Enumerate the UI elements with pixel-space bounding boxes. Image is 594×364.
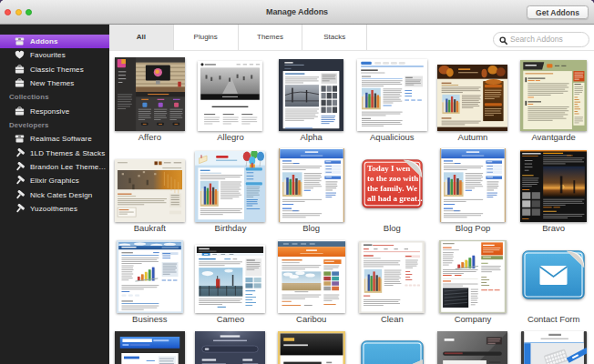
tab-themes[interactable]: Themes xyxy=(239,25,303,50)
addon-name: Avantgarde xyxy=(507,131,594,144)
addon-page-thumbnail[interactable] xyxy=(278,240,345,313)
archive-box-icon xyxy=(15,36,25,46)
addon-page-thumbnail[interactable] xyxy=(115,331,185,364)
addon-thumbnail-wrap xyxy=(433,237,514,313)
addon-cell: Blog Pop xyxy=(433,146,514,237)
tab-all[interactable]: All xyxy=(109,25,174,50)
addon-cell: Bravo xyxy=(513,146,594,237)
addon-cell xyxy=(271,328,352,364)
addon-page-thumbnail[interactable] xyxy=(359,241,425,313)
addon-page-thumbnail[interactable] xyxy=(195,151,265,222)
addon-thumbnail-wrap xyxy=(513,55,594,131)
addon-cell: Blog xyxy=(271,146,352,237)
sidebar-item-favourites[interactable]: Favourites xyxy=(0,48,109,62)
sidebar-section-collections: Collections xyxy=(0,90,109,104)
addon-cell xyxy=(190,328,271,364)
addon-page-thumbnail[interactable] xyxy=(198,61,262,131)
sidebar-item-brandon-lee-theme-[interactable]: Brandon Lee Theme… xyxy=(0,160,109,174)
sidebar-item-realmac-software[interactable]: Realmac Software xyxy=(0,132,109,146)
titlebar: Manage Addons Get Addons xyxy=(0,0,594,25)
sidebar-item-label: Elixir Graphics xyxy=(30,177,79,185)
addon-name: Bravo xyxy=(507,222,594,235)
tab-stacks[interactable]: Stacks xyxy=(302,25,367,50)
addon-thumbnail-wrap xyxy=(190,328,271,364)
addon-name: Alpha xyxy=(265,131,357,144)
addon-page-thumbnail[interactable] xyxy=(437,331,507,364)
addon-cell: Cameo xyxy=(190,237,271,328)
window-title: Manage Addons xyxy=(0,0,594,24)
addon-cell: Today I wento the zoo withthe family. We… xyxy=(352,146,433,237)
addon-cell xyxy=(352,328,433,364)
addon-thumbnail-wrap xyxy=(433,55,514,131)
hammer-icon xyxy=(15,148,25,158)
addon-thumbnail-wrap xyxy=(109,146,190,222)
addon-icon-thumbnail[interactable]: Today I wento the zoo withthe family. We… xyxy=(362,159,423,208)
addon-page-thumbnail[interactable] xyxy=(195,245,265,313)
addon-cell: Contact Form xyxy=(513,237,594,328)
sidebar-section-label: Collections xyxy=(9,93,49,101)
search-input[interactable]: Search Addons xyxy=(493,32,589,47)
addon-name: Autumn xyxy=(427,131,519,144)
addon-cell: Company xyxy=(433,237,514,328)
addon-thumbnail-wrap xyxy=(352,237,433,313)
addon-cell: Baukraft xyxy=(109,146,190,237)
svg-text:all had a great…: all had a great… xyxy=(367,194,423,203)
sidebar-item-nick-cates-design[interactable]: Nick Cates Design xyxy=(0,188,109,202)
sidebar-section-label: Developers xyxy=(9,121,49,129)
addon-page-thumbnail[interactable] xyxy=(195,331,265,364)
sidebar-item-new-themes[interactable]: New Themes xyxy=(0,76,109,90)
get-addons-button[interactable]: Get Addons xyxy=(527,5,589,20)
case-icon xyxy=(15,106,25,116)
addon-thumbnail-wrap xyxy=(109,237,190,313)
addon-page-thumbnail[interactable] xyxy=(440,148,506,222)
search-icon xyxy=(499,36,507,45)
addon-page-thumbnail[interactable] xyxy=(520,60,587,131)
addon-page-thumbnail[interactable] xyxy=(437,65,507,131)
addon-page-thumbnail[interactable] xyxy=(439,240,507,313)
sidebar-item-label: 1LD Themes & Stacks xyxy=(30,149,105,157)
addon-thumbnail-wrap xyxy=(271,328,352,364)
sidebar-item-label: Classic Themes xyxy=(30,66,84,74)
addon-icon-thumbnail[interactable] xyxy=(361,340,424,364)
addon-cell xyxy=(433,328,514,364)
sidebar-item-label: Brandon Lee Theme… xyxy=(30,163,107,171)
addon-thumbnail-wrap xyxy=(513,146,594,222)
sidebar-item-responsive[interactable]: Responsive xyxy=(0,105,109,118)
addon-thumbnail-wrap xyxy=(433,146,514,222)
addon-thumbnail-wrap xyxy=(433,328,514,364)
addon-name: Company xyxy=(427,313,519,326)
sidebar-item-1ld-themes-stacks[interactable]: 1LD Themes & Stacks xyxy=(0,147,109,160)
addon-page-thumbnail[interactable] xyxy=(520,150,587,222)
hammer-icon xyxy=(15,162,25,172)
addon-thumbnail-wrap xyxy=(190,55,271,131)
addon-page-thumbnail[interactable] xyxy=(117,240,183,313)
sidebar-item-yuzoolthemes[interactable]: Yuzoolthemes xyxy=(0,202,109,216)
addon-name: Blog Pop xyxy=(427,222,519,235)
addon-page-thumbnail[interactable] xyxy=(115,57,185,131)
sidebar-item-classic-themes[interactable]: Classic Themes xyxy=(0,62,109,76)
addon-page-thumbnail[interactable] xyxy=(279,59,343,131)
addon-icon-thumbnail[interactable] xyxy=(522,250,585,299)
manage-addons-window: Manage Addons Get Addons Addons Favourit… xyxy=(0,0,594,364)
addon-page-thumbnail[interactable] xyxy=(521,331,587,364)
addon-thumbnail-wrap xyxy=(190,237,271,313)
addon-thumbnail-wrap xyxy=(352,55,433,131)
addon-cell: Aqualicious xyxy=(352,55,433,146)
addon-cell: Birthday xyxy=(190,146,271,237)
sidebar-item-label: Realmac Software xyxy=(30,135,92,143)
heart-icon xyxy=(15,50,25,60)
case-icon xyxy=(15,65,25,75)
addon-page-thumbnail[interactable] xyxy=(115,159,185,222)
sidebar-item-addons[interactable]: Addons xyxy=(0,35,109,48)
addon-thumbnail-wrap xyxy=(109,328,190,364)
sidebar: Addons Favourites Classic Themes New The… xyxy=(0,25,109,364)
addon-page-thumbnail[interactable] xyxy=(357,59,427,131)
sidebar-item-elixir-graphics[interactable]: Elixir Graphics xyxy=(0,174,109,187)
tab-plugins[interactable]: Plugins xyxy=(174,25,239,50)
hammer-icon xyxy=(15,176,25,186)
search-placeholder: Search Addons xyxy=(510,33,563,46)
sidebar-item-label: New Themes xyxy=(30,79,74,87)
sidebar-item-label: Responsive xyxy=(30,107,69,116)
addon-page-thumbnail[interactable] xyxy=(279,148,344,222)
addon-page-thumbnail[interactable] xyxy=(278,331,345,364)
